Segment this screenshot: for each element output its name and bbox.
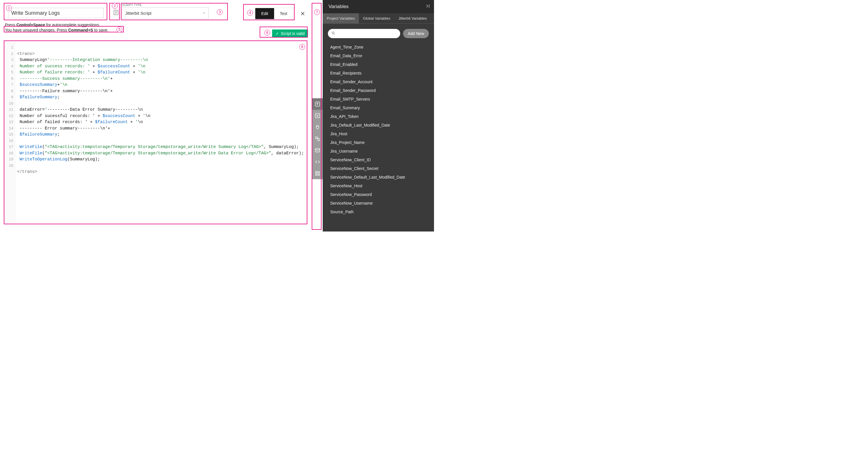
tool-functions[interactable] [312,98,323,110]
line-gutter: 1234567891011121314151617181920 [5,42,15,224]
tool-scripts[interactable] [312,156,323,168]
svg-rect-17 [318,174,319,175]
chevron-down-icon [202,11,206,15]
tool-endpoints[interactable] [312,168,323,179]
search-icon [331,31,335,36]
panel-title: Variables [329,4,349,9]
script-type-select[interactable]: Jitterbit Script [122,7,209,19]
variable-item[interactable]: Jira_Project_Name [330,138,434,147]
variable-item[interactable]: Email_Sender_Account [330,77,434,86]
tool-notifications[interactable] [312,144,323,156]
code-area[interactable]: <trans> SummaryLog='---------Integration… [15,42,304,224]
tool-operations[interactable] [312,133,323,144]
variable-item[interactable]: Email_Recipients [330,69,434,77]
variable-list: Agent_Time_ZoneEmail_Data_ErrorEmail_Ena… [323,42,434,232]
svg-rect-16 [315,174,317,175]
variable-item[interactable]: Jira_Username [330,147,434,156]
variable-item[interactable]: ServiceNow_Username [330,199,434,207]
variable-item[interactable]: Agent_Time_Zone [330,43,434,52]
variable-item[interactable]: Jira_API_Token [330,112,434,121]
variable-item[interactable]: ServiceNow_Host [330,181,434,190]
grid-icon [315,170,320,176]
variable-item[interactable]: ServiceNow_Client_ID [330,156,434,164]
svg-rect-12 [318,139,320,141]
panel-collapse-button[interactable] [425,3,430,10]
operations-icon [315,136,320,142]
script-type-label: SCRIPT TYPE [122,3,209,7]
variable-item[interactable]: Jira_Host [330,130,434,138]
tool-variables[interactable] [312,110,323,121]
svg-rect-14 [315,171,317,173]
plug-icon [315,124,320,130]
tab-jitterbit-variables[interactable]: Jitterbit Variables [394,13,431,24]
hints: Press Control+Space for autocomplete sug… [5,23,108,32]
tool-plugins[interactable] [312,121,323,133]
mode-toggle: Edit Test [255,8,293,20]
functions-icon [315,101,320,107]
check-icon: ✓ [276,31,279,36]
variable-item[interactable]: Jira_Default_Last_Modified_Date [330,121,434,130]
variable-item[interactable]: Email_SMTP_Servers [330,95,434,103]
edit-mode-button[interactable]: Edit [255,8,274,19]
variables-panel: Variables Project Variables Global Varia… [323,0,434,232]
variable-search-input[interactable] [328,29,400,38]
test-mode-button[interactable]: Test [274,8,293,19]
variables-icon [315,113,320,119]
code-icon [315,159,320,165]
variable-item[interactable]: Email_Sender_Password [330,86,434,95]
script-type-value: Jitterbit Script [125,11,152,15]
svg-rect-15 [318,171,319,173]
variable-item[interactable]: Email_Data_Error [330,52,434,60]
tab-global-variables[interactable]: Global Variables [359,13,394,24]
notes-icon [113,9,119,15]
variable-item[interactable]: Source_Path [330,207,434,216]
add-new-button[interactable]: Add New [403,29,429,38]
palette-toolstrip [312,98,323,179]
tab-project-variables[interactable]: Project Variables [323,13,359,24]
svg-rect-10 [315,113,320,118]
notes-button[interactable] [112,9,120,16]
variable-item[interactable]: Email_Summary [330,103,434,112]
variable-item[interactable]: Email_Enabled [330,60,434,69]
collapse-icon [425,3,430,9]
svg-point-19 [332,32,334,34]
script-name-input[interactable] [8,8,103,18]
code-editor[interactable]: 1234567891011121314151617181920 <trans> … [5,42,307,224]
close-icon [300,11,305,16]
variable-item[interactable]: ServiceNow_Client_Secret [330,164,434,173]
svg-rect-11 [315,137,317,139]
mail-icon [315,147,320,153]
svg-line-20 [334,34,335,34]
variable-item[interactable]: ServiceNow_Default_Last_Modified_Date [330,173,434,181]
close-button[interactable] [300,10,305,18]
variable-item[interactable]: ServiceNow_Password [330,190,434,199]
panel-tabs: Project Variables Global Variables Jitte… [323,13,434,24]
script-valid-badge: ✓ Script is valid [272,30,308,38]
